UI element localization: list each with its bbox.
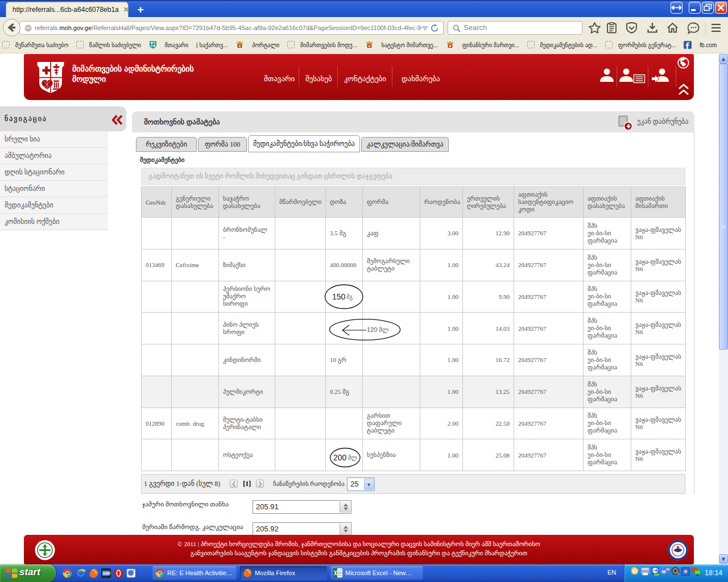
- svg-text:მლ: მლ: [348, 455, 357, 462]
- svg-text:150: 150: [332, 292, 346, 301]
- svg-text:200: 200: [333, 453, 347, 462]
- svg-text:მლ: მლ: [379, 326, 389, 334]
- svg-text:მგ: მგ: [346, 294, 353, 301]
- svg-text:KMP: KMP: [103, 572, 110, 575]
- svg-text:120: 120: [367, 326, 377, 333]
